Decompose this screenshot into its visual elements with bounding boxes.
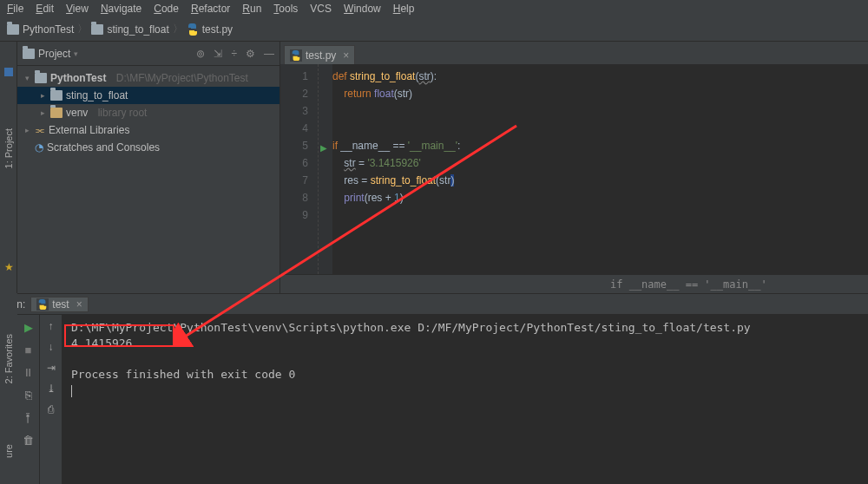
expand-icon[interactable]: ▸ xyxy=(38,108,47,117)
menu-run[interactable]: Run xyxy=(239,1,265,16)
hide-panel-button[interactable]: — xyxy=(264,48,274,60)
code-line[interactable] xyxy=(332,102,460,120)
collapse-all-button[interactable]: ⇲ xyxy=(214,48,222,60)
project-panel-title[interactable]: Project ▾ xyxy=(23,48,196,60)
divider-icon: ÷ xyxy=(231,48,237,60)
code-line[interactable]: if __name__ == '__main__': xyxy=(332,137,460,154)
folder-icon xyxy=(91,24,103,35)
folder-icon xyxy=(35,73,47,83)
library-icon: ⫘ xyxy=(35,124,45,136)
settings-gear-button[interactable]: ⚙ xyxy=(246,48,255,60)
tree-item-venv[interactable]: ▸ venv library root xyxy=(17,104,279,121)
expand-icon[interactable]: ▸ xyxy=(23,126,31,134)
sidebar-favorites-label[interactable]: 2: Favorites xyxy=(3,334,14,383)
menu-file[interactable]: File xyxy=(3,1,27,16)
tree-item-sting-to-float[interactable]: ▸ sting_to_float xyxy=(17,87,279,104)
sidebar-project-label[interactable]: 1: Project xyxy=(3,128,14,168)
close-run-tab-icon[interactable]: × xyxy=(76,298,82,311)
project-panel-tools: ⊚ ⇲ ÷ ⚙ — xyxy=(196,48,274,60)
menu-view[interactable]: View xyxy=(62,1,92,16)
run-tool-body: ▶ ■ ⏸ ⎘ ⭱ 🗑 ↑ ↓ ⇥ ⤓ ⎙ D:\MF\MyProject\Py… xyxy=(0,314,868,484)
folder-icon xyxy=(50,90,62,101)
exit-button[interactable]: ⭱ xyxy=(22,410,36,424)
project-icon xyxy=(23,49,35,59)
project-panel-header: Project ▾ ⊚ ⇲ ÷ ⚙ — xyxy=(17,42,279,66)
tree-root-name: PythonTest xyxy=(50,72,106,84)
breadcrumb-file[interactable]: test.py xyxy=(187,23,233,36)
menu-help[interactable]: Help xyxy=(390,1,418,16)
print-button[interactable]: ⎙ xyxy=(48,403,54,415)
run-toolbar-secondary: ↑ ↓ ⇥ ⤓ ⎙ xyxy=(40,315,62,484)
run-console[interactable]: D:\MF\MyProject\PythonTest\venv\Scripts\… xyxy=(62,315,868,484)
editor-area: test.py × 123456789 ▶ def string_to_floa… xyxy=(280,42,868,293)
dump-threads-button[interactable]: ⎘ xyxy=(22,388,36,402)
menu-edit[interactable]: Edit xyxy=(32,1,57,16)
python-file-icon xyxy=(290,49,302,62)
pause-button[interactable]: ⏸ xyxy=(22,365,36,379)
down-stack-button[interactable]: ↓ xyxy=(49,341,54,353)
python-file-icon xyxy=(187,23,199,36)
code-line[interactable]: def string_to_float(str): xyxy=(332,68,460,85)
breadcrumb-root[interactable]: PythonTest xyxy=(7,23,74,36)
menu-bar: File Edit View Navigate Code Refactor Ru… xyxy=(0,0,868,17)
code-line[interactable] xyxy=(332,120,460,137)
tree-scratches[interactable]: ◔ Scratches and Consoles xyxy=(17,139,279,156)
breadcrumb-separator: 〉 xyxy=(77,22,88,36)
code-line[interactable] xyxy=(332,206,460,224)
left-toolwindow-strip-lower: ★ 2: Favorites ure xyxy=(0,293,17,484)
soft-wrap-button[interactable]: ⇥ xyxy=(47,362,56,374)
project-panel: Project ▾ ⊚ ⇲ ÷ ⚙ — ▾ PythonTest D:\MF\M… xyxy=(17,42,280,293)
menu-code[interactable]: Code xyxy=(150,1,182,16)
menu-refactor[interactable]: Refactor xyxy=(187,1,233,16)
scroll-to-end-button[interactable]: ⤓ xyxy=(47,383,56,395)
python-run-icon xyxy=(36,298,49,311)
expand-icon xyxy=(23,143,31,152)
left-toolwindow-strip: 1: Project xyxy=(0,42,17,293)
expand-icon[interactable]: ▾ xyxy=(23,74,31,82)
close-tab-icon[interactable]: × xyxy=(343,49,349,62)
chevron-down-icon: ▾ xyxy=(74,49,78,58)
code-line[interactable]: res = string_to_float(str) xyxy=(332,172,460,189)
breadcrumb-folder[interactable]: sting_to_float xyxy=(91,23,168,36)
scratches-icon: ◔ xyxy=(35,141,43,154)
up-stack-button[interactable]: ↑ xyxy=(49,320,54,332)
menu-navigate[interactable]: Navigate xyxy=(97,1,145,16)
breadcrumb: PythonTest 〉 sting_to_float 〉 test.py xyxy=(0,17,868,42)
editor-tab-test-py[interactable]: test.py × xyxy=(284,45,355,64)
project-tree[interactable]: ▾ PythonTest D:\MF\MyProject\PythonTest … xyxy=(17,66,279,160)
menu-vcs[interactable]: VCS xyxy=(306,1,335,16)
menu-window[interactable]: Window xyxy=(340,1,385,16)
code-area[interactable]: def string_to_float(str): return float(s… xyxy=(332,64,460,274)
menu-tools[interactable]: Tools xyxy=(270,1,301,16)
stop-button[interactable]: ■ xyxy=(22,343,36,356)
rerun-button[interactable]: ▶ xyxy=(22,320,36,334)
favorites-icon[interactable]: ★ xyxy=(4,261,14,273)
editor-tabs: test.py × xyxy=(280,42,868,64)
locate-file-button[interactable]: ⊚ xyxy=(196,48,205,60)
editor-gutter: 123456789 ▶ xyxy=(280,64,332,274)
folder-icon xyxy=(7,24,19,35)
code-line[interactable]: str = '3.1415926' xyxy=(332,154,460,172)
run-toolbar-primary: ▶ ■ ⏸ ⎘ ⭱ 🗑 xyxy=(17,315,40,484)
editor-body[interactable]: 123456789 ▶ def string_to_float(str): re… xyxy=(280,64,868,274)
tree-root[interactable]: ▾ PythonTest D:\MF\MyProject\PythonTest xyxy=(17,69,279,87)
code-line[interactable]: return float(str) xyxy=(332,85,460,102)
run-tool-header: Run: test × xyxy=(0,293,868,314)
breadcrumb-separator: 〉 xyxy=(173,22,183,36)
code-line[interactable]: print(res + 1) xyxy=(332,189,460,206)
editor-context-crumb: if __name__ == '__main__' xyxy=(280,274,868,293)
folder-icon xyxy=(50,108,62,118)
tree-root-path: D:\MF\MyProject\PythonTest xyxy=(116,72,248,84)
expand-icon[interactable]: ▸ xyxy=(38,91,47,100)
sidebar-structure-label[interactable]: ure xyxy=(3,444,14,458)
tree-external-libraries[interactable]: ▸ ⫘ External Libraries xyxy=(17,121,279,139)
run-tab-test[interactable]: test × xyxy=(30,297,88,312)
project-tool-icon[interactable] xyxy=(4,68,13,76)
delete-button[interactable]: 🗑 xyxy=(22,433,36,447)
main-area: 1: Project Project ▾ ⊚ ⇲ ÷ ⚙ — ▾ PythonT… xyxy=(0,42,868,293)
